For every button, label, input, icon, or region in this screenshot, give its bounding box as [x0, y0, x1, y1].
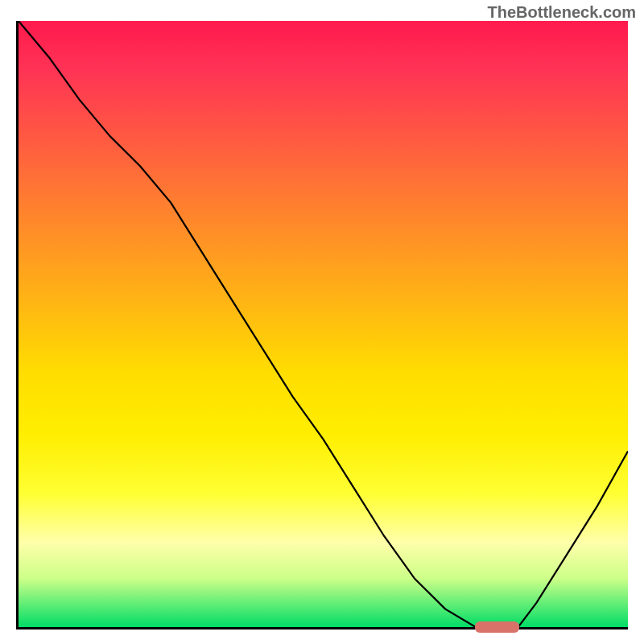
- chart-line-curve: [19, 21, 628, 627]
- watermark-text: TheBottleneck.com: [488, 3, 636, 22]
- optimal-range-marker: [475, 621, 519, 633]
- chart-plot-area: [16, 21, 628, 630]
